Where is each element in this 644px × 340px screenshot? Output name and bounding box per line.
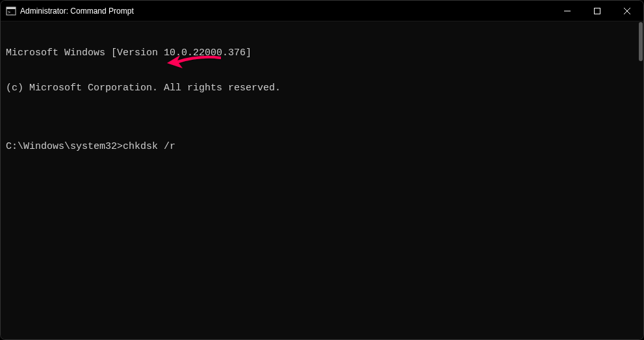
svg-text:>_: >_: [8, 10, 14, 15]
terminal-area[interactable]: Microsoft Windows [Version 10.0.22000.37…: [1, 21, 643, 339]
app-icon: >_: [6, 6, 16, 16]
svg-rect-4: [595, 8, 600, 14]
maximize-button[interactable]: [582, 1, 612, 21]
window-controls: [552, 1, 642, 21]
minimize-button[interactable]: [552, 1, 582, 21]
scrollbar-thumb[interactable]: [639, 22, 643, 61]
svg-rect-1: [6, 7, 16, 9]
prompt-text: C:\Windows\system32>: [6, 141, 123, 152]
prompt-line: C:\Windows\system32>chkdsk /r: [6, 141, 638, 153]
command-text: chkdsk /r: [123, 141, 175, 152]
close-button[interactable]: [612, 1, 642, 21]
command-prompt-window: >_ Administrator: Command Prompt Microso…: [0, 0, 644, 340]
version-line: Microsoft Windows [Version 10.0.22000.37…: [6, 47, 638, 59]
window-title: Administrator: Command Prompt: [20, 7, 552, 16]
copyright-line: (c) Microsoft Corporation. All rights re…: [6, 83, 638, 94]
titlebar[interactable]: >_ Administrator: Command Prompt: [1, 1, 643, 21]
